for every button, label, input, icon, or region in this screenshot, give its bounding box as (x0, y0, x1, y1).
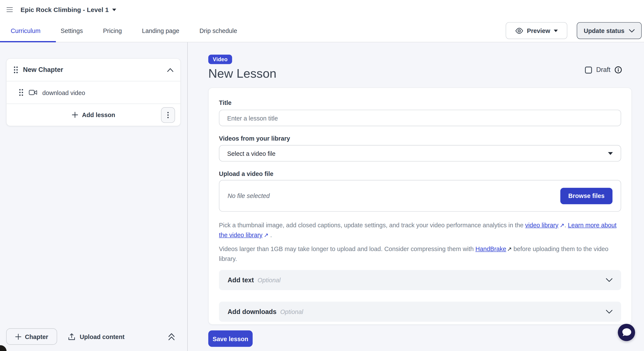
chapter-footer: Add lesson (7, 104, 180, 126)
caret-down-icon (554, 29, 558, 32)
browse-files-button[interactable]: Browse files (560, 188, 612, 204)
update-status-label: Update status (584, 27, 624, 34)
course-title[interactable]: Epic Rock Climbing - Level 1 (20, 6, 109, 14)
chapter-header: New Chapter (7, 59, 180, 81)
draft-checkbox[interactable] (585, 66, 592, 74)
library-field-label: Videos from your library (219, 135, 621, 142)
upload-icon (68, 333, 75, 340)
caret-down-icon (112, 8, 116, 11)
double-chevron-up-icon (168, 332, 175, 340)
lesson-item[interactable]: download video (7, 81, 180, 104)
corner-widget[interactable] (0, 345, 7, 351)
add-text-label: Add text (228, 276, 254, 284)
chat-bubble-icon (622, 328, 632, 337)
lesson-title-input[interactable] (219, 110, 621, 126)
preview-label: Preview (527, 27, 550, 34)
add-text-section[interactable]: Add text Optional (219, 270, 621, 290)
lesson-title: download video (42, 89, 85, 96)
sidebar-bottom-bar: Chapter Upload content (6, 328, 181, 345)
upload-field-label: Upload a video file (219, 170, 621, 178)
active-tab-underline (0, 41, 56, 42)
plus-icon (15, 334, 21, 340)
add-lesson-button[interactable]: Add lesson (72, 111, 115, 118)
video-camera-icon (29, 90, 37, 96)
tab-pricing[interactable]: Pricing (103, 27, 122, 34)
video-library-help-text: Pick a thumbnail image, add closed capti… (219, 220, 621, 240)
compression-help-text: Videos larger than 1GB may take longer t… (219, 244, 621, 263)
kebab-menu-icon (167, 112, 169, 118)
upload-content-button[interactable]: Upload content (68, 333, 124, 340)
video-library-select-value: Select a video file (227, 150, 276, 157)
chevron-down-icon (606, 278, 612, 282)
lesson-editor-header: Video New Lesson Draft (188, 42, 644, 81)
drag-handle-icon[interactable] (19, 89, 23, 96)
lesson-type-badge: Video (208, 54, 232, 64)
caret-down-icon (608, 152, 613, 154)
draft-toggle-group: Draft (585, 66, 622, 74)
info-icon[interactable] (614, 66, 622, 74)
external-link-icon: ↗ (507, 246, 512, 252)
tab-actions: Preview Update status (506, 22, 644, 39)
tab-settings[interactable]: Settings (60, 27, 83, 34)
add-chapter-button[interactable]: Chapter (6, 328, 57, 345)
chevron-up-icon (167, 68, 173, 72)
optional-label: Optional (258, 276, 280, 284)
plus-icon (72, 112, 78, 118)
save-lesson-button[interactable]: Save lesson (208, 330, 252, 347)
add-lesson-label: Add lesson (82, 111, 115, 118)
video-library-select[interactable]: Select a video file (219, 145, 621, 162)
app-window: Epic Rock Climbing - Level 1 Curriculum … (0, 0, 644, 351)
optional-label: Optional (280, 308, 303, 315)
add-chapter-label: Chapter (25, 333, 48, 340)
hamburger-menu-icon[interactable] (7, 7, 13, 12)
no-file-text: No file selected (228, 192, 270, 200)
update-status-button[interactable]: Update status (577, 22, 642, 39)
file-dropzone[interactable]: No file selected Browse files (219, 180, 621, 212)
add-downloads-section[interactable]: Add downloads Optional (219, 302, 621, 322)
lesson-form-card: Title Videos from your library Select a … (208, 88, 632, 325)
tabs: Curriculum Settings Pricing Landing page… (0, 27, 237, 34)
chevron-down-icon (629, 29, 635, 32)
collapse-all-button[interactable] (168, 332, 175, 340)
lesson-editor: Video New Lesson Draft Title (188, 42, 644, 351)
collapse-chapter-button[interactable] (167, 68, 173, 72)
tab-curriculum[interactable]: Curriculum (11, 27, 40, 34)
title-field-label: Title (219, 99, 621, 106)
tab-drip-schedule[interactable]: Drip schedule (200, 27, 237, 34)
video-library-link[interactable]: video library↗ (525, 222, 564, 228)
page-title: New Lesson (208, 66, 622, 80)
external-link-icon: ↗ (560, 221, 564, 230)
chapter-title: New Chapter (23, 66, 63, 74)
add-downloads-label: Add downloads (228, 308, 277, 316)
chapter-card: New Chapter download vi (6, 58, 181, 126)
chevron-down-icon (606, 310, 612, 314)
handbrake-link[interactable]: HandBrake (476, 245, 506, 252)
top-bar: Epic Rock Climbing - Level 1 (0, 0, 644, 19)
tab-landing-page[interactable]: Landing page (142, 27, 180, 34)
external-link-icon: ↗ (264, 230, 268, 240)
eye-icon (515, 28, 523, 34)
tab-bar: Curriculum Settings Pricing Landing page… (0, 19, 644, 42)
chapter-options-button[interactable] (161, 107, 175, 123)
upload-content-label: Upload content (80, 333, 124, 340)
draft-label: Draft (596, 66, 610, 74)
curriculum-sidebar: New Chapter download vi (0, 42, 188, 351)
preview-button[interactable]: Preview (506, 22, 568, 39)
drag-handle-icon[interactable] (14, 66, 18, 74)
chat-launcher-button[interactable] (618, 324, 635, 341)
